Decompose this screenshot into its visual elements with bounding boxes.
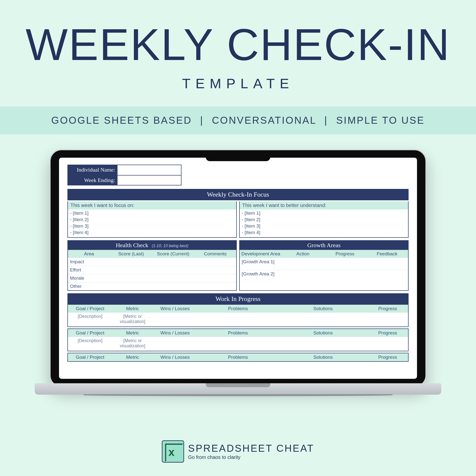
health-growth-row: Health Check (1-10; 10 being best) Area … [67,240,409,291]
week-input[interactable] [118,176,181,185]
focus-right-heading: This week I want to better understand: [240,201,408,209]
feature-item: GOOGLE SHEETS BASED [51,115,192,126]
list-item: - [Item 4] [70,229,234,236]
table-row[interactable]: Effort [68,266,236,274]
wip-block: Goal / Project Metric Wins / Losses Prob… [67,328,409,351]
feature-bar: GOOGLE SHEETS BASED | CONVERSATIONAL | S… [0,106,476,134]
section-focus-title: Weekly Check-In Focus [67,189,409,200]
section-growth-title: Growth Areas [240,241,408,250]
table-row[interactable]: Other [68,282,236,290]
section-wip-title: Work In Progress [67,293,409,305]
laptop-mockup: Individual Name: Week Ending: Weekly Che… [35,149,441,402]
week-label: Week Ending: [68,176,118,185]
spreadsheet-logo-icon: x [162,440,184,463]
table-row[interactable]: [Description] [Metric or visualization] [68,337,408,351]
page-subtitle: TEMPLATE [0,75,476,91]
focus-right-body[interactable]: - [Item 1] - [Item 2] - [Item 3] - [Item… [240,209,408,237]
list-item: - [Item 1] [70,210,234,216]
feature-item: SIMPLE TO USE [336,115,425,126]
table-row[interactable]: [Growth Area 1] [240,258,408,270]
separator-icon: | [200,115,204,126]
name-label: Individual Name: [68,165,118,175]
list-item: - [Item 1] [242,210,406,216]
list-item: - [Item 3] [70,223,234,229]
laptop-base [35,383,441,395]
health-header-row: Area Score (Last) Score (Current) Commen… [68,250,236,258]
list-item: - [Item 3] [242,223,406,229]
health-subtitle: (1-10; 10 being best) [152,244,188,248]
wip-block: Goal / Project Metric Wins / Losses Prob… [67,353,409,362]
laptop-notch [206,151,270,161]
name-input[interactable] [118,165,181,175]
spreadsheet-screen: Individual Name: Week Ending: Weekly Che… [59,158,417,379]
list-item: - [Item 4] [242,229,406,236]
table-row[interactable]: [Description] [Metric or visualization] [68,313,408,327]
table-row[interactable]: [Growth Area 2] [240,270,408,282]
focus-left-heading: This week I want to focus on: [68,201,236,209]
feature-item: CONVERSATIONAL [212,115,316,126]
brand-tagline: Go from chaos to clarity [188,454,314,460]
wip-block: Goal / Project Metric Wins / Losses Prob… [67,305,409,327]
laptop-foot [84,394,392,396]
growth-header-row: Development Area Action Progress Feedbac… [240,250,408,258]
table-row[interactable]: Impact [68,258,236,266]
separator-icon: | [324,115,328,126]
table-row[interactable]: Morale [68,274,236,282]
focus-columns: This week I want to focus on: - [Item 1]… [67,201,409,238]
list-item: - [Item 2] [70,216,234,223]
brand-name: SPREADSHEET CHEAT [188,443,314,454]
footer-brand: x SPREADSHEET CHEAT Go from chaos to cla… [162,440,314,463]
list-item: - [Item 2] [242,216,406,223]
hero: WEEKLY CHECK-IN TEMPLATE [0,0,476,91]
identity-fields: Individual Name: Week Ending: [67,165,181,185]
section-health-title: Health Check (1-10; 10 being best) [68,241,236,250]
focus-left-body[interactable]: - [Item 1] - [Item 2] - [Item 3] - [Item… [68,209,236,237]
page-title: WEEKLY CHECK-IN [0,22,476,67]
